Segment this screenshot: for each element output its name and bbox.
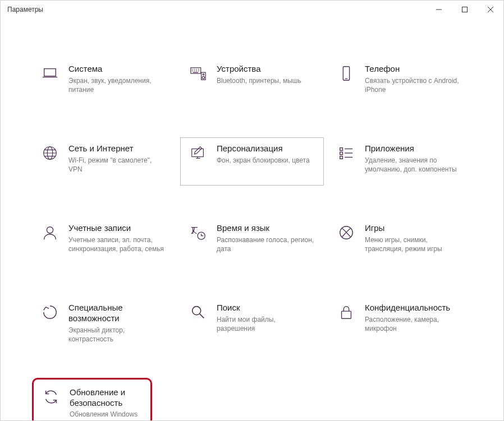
svg-point-16	[193, 307, 201, 315]
tile-desc: Найти мои файлы, разрешения	[217, 315, 315, 333]
time-language-icon	[189, 223, 208, 242]
titlebar: Параметры	[1, 1, 503, 18]
tile-desc: Расположение, камера, микрофон	[365, 315, 464, 333]
close-button[interactable]	[478, 1, 503, 18]
ease-of-access-icon	[40, 303, 59, 322]
tile-devices[interactable]: Устройства Bluetooth, принтеры, мышь	[180, 58, 324, 106]
svg-point-13	[47, 227, 53, 233]
paintbrush-monitor-icon	[189, 144, 208, 163]
svg-point-5	[202, 76, 204, 78]
svg-rect-17	[342, 311, 351, 318]
tile-title: Конфиденциальность	[365, 303, 464, 313]
search-icon	[189, 303, 208, 322]
tile-desc: Экран, звук, уведомления, питание	[68, 76, 167, 94]
laptop-icon	[40, 64, 59, 83]
tile-desc: Экранный диктор, контрастность	[68, 326, 167, 344]
tile-desc: Связать устройство с Android, iPhone	[365, 76, 464, 94]
person-icon	[40, 223, 59, 242]
xbox-icon	[337, 223, 356, 242]
tile-title: Игры	[365, 223, 464, 234]
tile-title: Учетные записи	[68, 223, 167, 234]
tile-desc: Учетные записи, эл. почта, синхронизация…	[68, 235, 167, 253]
tile-title: Приложения	[365, 144, 464, 154]
window-controls	[426, 1, 503, 18]
tile-desc: Обновления Windows	[70, 410, 143, 419]
tile-title: Специальные возможности	[68, 303, 167, 324]
svg-rect-1	[44, 69, 56, 76]
tile-search[interactable]: Поиск Найти мои файлы, разрешения	[180, 297, 324, 350]
tile-desc: Меню игры, снимки, трансляция, режим игр…	[365, 235, 464, 253]
tile-title: Обновление и безопасность	[70, 387, 143, 409]
settings-grid-last-row: Обновление и безопасность Обновления Win…	[1, 378, 152, 421]
tile-privacy[interactable]: Конфиденциальность Расположение, камера,…	[328, 297, 472, 350]
minimize-button[interactable]	[426, 1, 452, 18]
tile-desc: Bluetooth, принтеры, мышь	[217, 76, 315, 85]
tile-title: Поиск	[217, 303, 315, 313]
maximize-button[interactable]	[452, 1, 478, 18]
svg-rect-12	[340, 156, 343, 159]
svg-rect-10	[340, 148, 343, 151]
svg-rect-6	[343, 67, 349, 80]
sync-icon	[42, 387, 61, 406]
tile-network[interactable]: Сеть и Интернет Wi-Fi, режим "в самолете…	[32, 137, 176, 186]
tile-desc: Распознавание голоса, регион, дата	[217, 235, 315, 253]
tile-desc: Фон, экран блокировки, цвета	[217, 156, 315, 165]
lock-icon	[337, 303, 356, 322]
tile-time-language[interactable]: Время и язык Распознавание голоса, регио…	[180, 217, 324, 265]
tile-system[interactable]: Система Экран, звук, уведомления, питани…	[32, 58, 176, 106]
tile-title: Сеть и Интернет	[68, 144, 167, 154]
svg-rect-0	[462, 7, 468, 12]
tile-desc: Удаление, значения по умолчанию, доп. ко…	[365, 156, 464, 174]
tile-title: Время и язык	[217, 223, 315, 234]
tile-title: Персонализация	[217, 144, 315, 154]
tile-accounts[interactable]: Учетные записи Учетные записи, эл. почта…	[32, 217, 176, 265]
globe-icon	[40, 144, 59, 163]
tile-ease-of-access[interactable]: Специальные возможности Экранный диктор,…	[32, 297, 176, 350]
tile-update-security[interactable]: Обновление и безопасность Обновления Win…	[32, 378, 152, 421]
tile-apps[interactable]: Приложения Удаление, значения по умолчан…	[328, 137, 472, 186]
phone-icon	[337, 64, 356, 83]
tile-title: Устройства	[217, 64, 315, 75]
tile-desc: Wi-Fi, режим "в самолете", VPN	[68, 156, 167, 174]
tile-title: Система	[68, 64, 167, 75]
keyboard-speaker-icon	[189, 64, 208, 83]
settings-grid: Система Экран, звук, уведомления, питани…	[1, 18, 503, 361]
svg-point-4	[203, 74, 204, 75]
tile-personalization[interactable]: Персонализация Фон, экран блокировки, цв…	[180, 137, 324, 186]
window-title: Параметры	[7, 6, 43, 13]
tile-title: Телефон	[365, 64, 464, 75]
tile-gaming[interactable]: Игры Меню игры, снимки, трансляция, режи…	[328, 217, 472, 265]
svg-rect-11	[340, 152, 343, 155]
apps-list-icon	[337, 144, 356, 163]
tile-phone[interactable]: Телефон Связать устройство с Android, iP…	[328, 58, 472, 106]
